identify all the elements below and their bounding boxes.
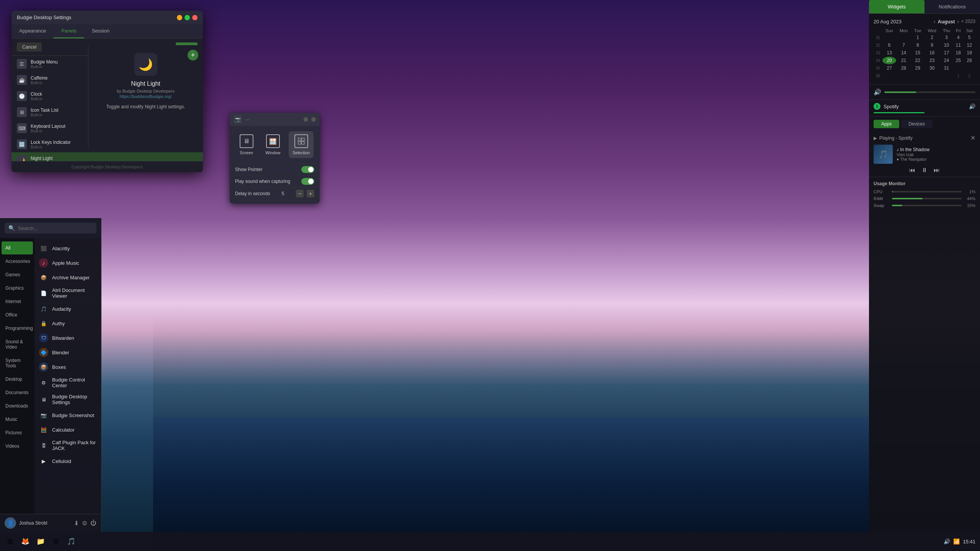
cal-day[interactable]: 9 xyxy=(924,41,939,49)
spotify-mute-icon[interactable]: 🔊 xyxy=(969,103,975,109)
app-item[interactable]: 🧮Calculator xyxy=(34,422,101,437)
taskbar-app-music[interactable]: 🎵 xyxy=(64,535,78,548)
app-item[interactable]: ▶Celluloid xyxy=(34,454,101,468)
cal-day[interactable]: 17 xyxy=(940,49,953,57)
cal-day[interactable]: 11 xyxy=(953,41,964,49)
app-item[interactable]: 🔒Authy xyxy=(34,316,101,331)
prev-track-btn[interactable]: ⏮ xyxy=(909,167,915,174)
app-item[interactable]: 📷Budgie Screenshot xyxy=(34,408,101,422)
category-sound[interactable]: Sound & Video xyxy=(2,335,33,354)
cal-day[interactable]: 20 xyxy=(882,57,896,64)
tab-devices[interactable]: Devices xyxy=(901,120,933,128)
cal-day[interactable]: 2 xyxy=(964,72,975,80)
cal-day[interactable]: 13 xyxy=(882,49,896,57)
volume-bar[interactable] xyxy=(884,91,975,93)
app-item[interactable]: ⚙Budgie Control Center xyxy=(34,374,101,391)
cal-day[interactable]: 4 xyxy=(953,34,964,41)
cal-day[interactable]: 29 xyxy=(911,64,924,72)
plugin-detail-url[interactable]: https://buddiesofbudgie.org/ xyxy=(120,94,172,99)
category-graphics[interactable]: Graphics xyxy=(2,282,33,295)
cal-day[interactable]: 14 xyxy=(896,49,911,57)
cal-day[interactable]: 3 xyxy=(940,34,953,41)
cal-day[interactable]: 31 xyxy=(940,64,953,72)
tray-volume-icon[interactable]: 🔊 xyxy=(944,538,950,544)
cal-day[interactable]: 16 xyxy=(924,49,939,57)
plugin-add-circle-btn[interactable]: + xyxy=(188,50,198,60)
tab-apps[interactable]: Apps xyxy=(874,120,899,128)
search-input[interactable] xyxy=(18,225,93,231)
calendar-next-btn[interactable]: › xyxy=(957,18,959,24)
app-item[interactable]: 🎵Audacity xyxy=(34,302,101,316)
cancel-button[interactable]: Cancel xyxy=(17,42,42,52)
category-games[interactable]: Games xyxy=(2,268,33,281)
show-pointer-toggle[interactable] xyxy=(301,166,314,173)
cal-day[interactable]: 7 xyxy=(896,41,911,49)
app-item[interactable]: 🛡Bitwarden xyxy=(34,331,101,345)
nav-panels[interactable]: Panels xyxy=(54,24,84,38)
play-sound-toggle[interactable] xyxy=(301,178,314,185)
settings-icon[interactable]: ⚙ xyxy=(82,520,87,527)
ss-mode-screen[interactable]: 🖥 Screen xyxy=(236,131,257,158)
delay-increase-btn[interactable]: + xyxy=(307,190,314,197)
category-downloads[interactable]: Downloads xyxy=(2,399,33,412)
taskbar-app-grid[interactable]: ⊞ xyxy=(3,535,17,548)
nav-session[interactable]: Session xyxy=(84,24,117,38)
cal-day[interactable]: 12 xyxy=(964,41,975,49)
delay-decrease-btn[interactable]: − xyxy=(296,190,304,197)
cal-day[interactable]: 27 xyxy=(882,64,896,72)
ss-minimize-btn[interactable] xyxy=(304,117,308,122)
cal-day[interactable]: 24 xyxy=(940,57,953,64)
cal-day[interactable]: 8 xyxy=(911,41,924,49)
ss-close-btn[interactable] xyxy=(311,117,316,122)
cal-day[interactable]: 26 xyxy=(964,57,975,64)
taskbar-app-firefox[interactable]: 🦊 xyxy=(18,535,32,548)
tray-network-icon[interactable]: 📶 xyxy=(953,538,960,544)
cal-day[interactable]: 1 xyxy=(953,72,964,80)
cal-day[interactable]: 10 xyxy=(940,41,953,49)
app-item[interactable]: 🖥Budgie Desktop Settings xyxy=(34,391,101,408)
app-item[interactable]: ♪Apple Music xyxy=(34,256,101,270)
close-np-btn[interactable]: ✕ xyxy=(970,134,975,142)
app-item[interactable]: 📦Archive Manager xyxy=(34,270,101,285)
category-videos[interactable]: Videos xyxy=(2,440,33,453)
category-documents[interactable]: Documents xyxy=(2,386,33,399)
plugin-item[interactable]: 🌙Night LightBuilt-in xyxy=(11,152,203,161)
cal-day[interactable]: 21 xyxy=(896,57,911,64)
category-office[interactable]: Office xyxy=(2,308,33,321)
cal-day[interactable]: 1 xyxy=(911,34,924,41)
cal-day[interactable]: 22 xyxy=(911,57,924,64)
category-music[interactable]: Music xyxy=(2,413,33,426)
category-accessories[interactable]: Accessories xyxy=(2,255,33,268)
pause-btn[interactable]: ⏸ xyxy=(921,167,928,174)
category-desktop[interactable]: Desktop xyxy=(2,373,33,386)
cal-day[interactable]: 25 xyxy=(953,57,964,64)
cal-day[interactable]: 15 xyxy=(911,49,924,57)
category-all[interactable]: All xyxy=(2,241,33,254)
taskbar-app-settings[interactable]: ⚙ xyxy=(49,535,63,548)
ss-mode-window[interactable]: 🪟 Window xyxy=(261,131,284,158)
cal-day[interactable]: 23 xyxy=(924,57,939,64)
tab-widgets[interactable]: Widgets xyxy=(869,0,924,13)
next-track-btn[interactable]: ⏭ xyxy=(934,167,940,174)
taskbar-app-files[interactable]: 📁 xyxy=(34,535,47,548)
category-programming[interactable]: Programming xyxy=(2,322,33,335)
maximize-btn[interactable]: + xyxy=(185,15,190,20)
cal-day[interactable]: 2 xyxy=(924,34,939,41)
cal-day[interactable]: 18 xyxy=(953,49,964,57)
category-pictures[interactable]: Pictures xyxy=(2,426,33,439)
calendar-prev-btn[interactable]: ‹ xyxy=(934,18,936,24)
cal-day[interactable]: 5 xyxy=(964,34,975,41)
cal-day[interactable]: 30 xyxy=(924,64,939,72)
app-item[interactable]: 📦Boxes xyxy=(34,360,101,374)
cal-day[interactable]: 28 xyxy=(896,64,911,72)
close-btn[interactable]: ✕ xyxy=(192,15,198,20)
download-icon[interactable]: ⬇ xyxy=(74,520,79,527)
app-item[interactable]: 🎛Calf Plugin Pack for JACK xyxy=(34,437,101,454)
spotify-volume-bar[interactable] xyxy=(874,112,924,113)
power-icon[interactable]: ⏻ xyxy=(90,520,96,527)
app-item[interactable]: ⬛Alacritty xyxy=(34,241,101,256)
ss-mode-selection[interactable]: Selection xyxy=(289,131,314,158)
app-item[interactable]: 📄Atril Document Viewer xyxy=(34,285,101,302)
minimize-btn[interactable]: − xyxy=(177,15,182,20)
nav-appearance[interactable]: Appearance xyxy=(11,24,54,38)
